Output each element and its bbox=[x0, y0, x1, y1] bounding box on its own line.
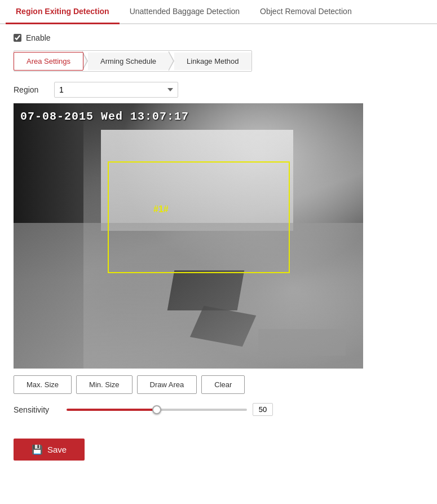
top-tab-bar: Region Exiting Detection Unattended Bagg… bbox=[0, 0, 437, 24]
enable-checkbox[interactable] bbox=[14, 34, 21, 42]
slider-container: 50 bbox=[67, 403, 423, 416]
tab-unattended-baggage[interactable]: Unattended Baggage Detection bbox=[120, 0, 250, 24]
sensitivity-row: Sensitivity 50 bbox=[14, 403, 423, 416]
region-label-overlay: #1# bbox=[153, 204, 169, 214]
tab-region-exiting[interactable]: Region Exiting Detection bbox=[6, 0, 120, 24]
video-feed: 07-08-2015 Wed 13:07:17 #1# bbox=[14, 103, 363, 369]
region-label: Region bbox=[14, 85, 47, 94]
save-button[interactable]: 💾 Save bbox=[14, 439, 85, 461]
tab-object-removal[interactable]: Object Removal Detection bbox=[250, 0, 362, 24]
video-object-1 bbox=[167, 270, 244, 310]
sensitivity-value-input[interactable]: 50 bbox=[253, 403, 273, 416]
enable-row: Enable bbox=[14, 33, 423, 42]
enable-label: Enable bbox=[26, 33, 51, 42]
main-content: Enable Area Settings Arming Schedule Lin… bbox=[0, 24, 437, 470]
sensitivity-label: Sensitivity bbox=[14, 405, 59, 414]
action-buttons-row: Max. Size Min. Size Draw Area Clear bbox=[14, 375, 423, 394]
tab-arming-schedule[interactable]: Arming Schedule bbox=[88, 52, 169, 70]
tab-area-settings[interactable]: Area Settings bbox=[14, 52, 83, 71]
region-row: Region 1 2 3 4 bbox=[14, 82, 423, 98]
detection-region-box[interactable] bbox=[108, 161, 289, 273]
draw-area-button[interactable]: Draw Area bbox=[137, 375, 197, 394]
video-time: 13:07:17 bbox=[130, 110, 189, 123]
video-date: 07-08-2015 Wed bbox=[20, 110, 123, 123]
video-timestamp: 07-08-2015 Wed 13:07:17 bbox=[20, 110, 189, 123]
sub-tab-arrow-2 bbox=[169, 51, 174, 71]
sub-tab-bar: Area Settings Arming Schedule Linkage Me… bbox=[14, 50, 252, 72]
min-size-button[interactable]: Min. Size bbox=[76, 375, 132, 394]
region-select[interactable]: 1 2 3 4 bbox=[54, 82, 178, 98]
save-icon: 💾 bbox=[32, 444, 43, 455]
video-watermark bbox=[258, 329, 346, 356]
sensitivity-slider[interactable] bbox=[67, 409, 247, 411]
save-label: Save bbox=[47, 445, 67, 454]
tab-linkage-method[interactable]: Linkage Method bbox=[174, 52, 251, 70]
max-size-button[interactable]: Max. Size bbox=[14, 375, 72, 394]
clear-button[interactable]: Clear bbox=[201, 375, 245, 394]
